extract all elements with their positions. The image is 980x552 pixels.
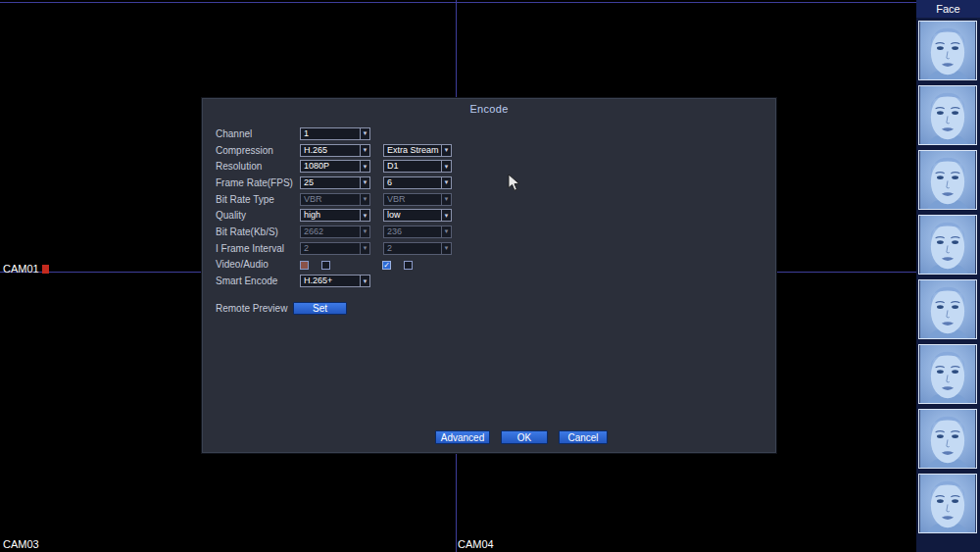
bit-rate-main-select: 2662 ▼ bbox=[300, 226, 370, 238]
smart-encode-select[interactable]: H.265+ ▼ bbox=[300, 275, 370, 287]
resolution-label: Resolution bbox=[216, 161, 300, 172]
face-sidebar-title: Face bbox=[916, 0, 980, 18]
extra-audio-checkbox[interactable] bbox=[404, 261, 413, 270]
chevron-down-icon: ▼ bbox=[360, 276, 369, 286]
bit-rate-type-main-select: VBR ▼ bbox=[300, 193, 370, 206]
bit-rate-type-extra-value: VBR bbox=[384, 194, 441, 205]
frame-rate-main-select[interactable]: 25 ▼ bbox=[300, 176, 370, 189]
chevron-down-icon: ▼ bbox=[441, 194, 451, 205]
resolution-extra-value: D1 bbox=[384, 161, 441, 172]
compression-main-select[interactable]: H.265 ▼ bbox=[300, 144, 370, 157]
ok-button[interactable]: OK bbox=[501, 430, 548, 444]
row-video-audio: Video/Audio ✓ bbox=[216, 257, 637, 274]
chevron-down-icon: ▼ bbox=[360, 194, 369, 205]
row-quality: Quality high ▼ low ▼ bbox=[216, 207, 637, 224]
quality-label: Quality bbox=[216, 210, 300, 221]
row-remote-preview: Remote Preview Set bbox=[216, 302, 347, 315]
row-i-frame-interval: I Frame Interval 2 ▼ 2 ▼ bbox=[216, 240, 637, 257]
set-button[interactable]: Set bbox=[293, 302, 347, 315]
bit-rate-main-value: 2662 bbox=[301, 226, 360, 237]
bit-rate-label: Bit Rate(Kb/S) bbox=[216, 226, 300, 237]
dialog-title: Encode bbox=[202, 103, 776, 115]
chevron-down-icon: ▼ bbox=[441, 226, 451, 237]
main-video-checkbox[interactable] bbox=[300, 261, 309, 270]
chevron-down-icon: ▼ bbox=[360, 210, 369, 221]
i-frame-interval-label: I Frame Interval bbox=[216, 243, 300, 254]
row-bit-rate-type: Bit Rate Type VBR ▼ VBR ▼ bbox=[216, 191, 637, 208]
mouse-cursor bbox=[508, 174, 520, 192]
face-sidebar: Face bbox=[916, 0, 980, 552]
resolution-main-select[interactable]: 1080P ▼ bbox=[300, 160, 370, 173]
chevron-down-icon: ▼ bbox=[360, 128, 369, 139]
frame-rate-main-value: 25 bbox=[301, 177, 360, 188]
camera-label-cam04: CAM04 bbox=[458, 538, 494, 550]
quality-main-value: high bbox=[301, 210, 360, 221]
camera-label-cam01: CAM01 bbox=[3, 263, 49, 275]
i-frame-extra-select: 2 ▼ bbox=[383, 242, 452, 255]
bit-rate-extra-select: 236 ▼ bbox=[383, 226, 452, 238]
record-icon bbox=[42, 265, 49, 274]
i-frame-main-select: 2 ▼ bbox=[300, 242, 370, 255]
row-compression: Compression H.265 ▼ Extra Stream ▼ bbox=[216, 142, 637, 159]
channel-select[interactable]: 1 ▼ bbox=[300, 127, 370, 140]
resolution-main-value: 1080P bbox=[301, 161, 360, 172]
face-thumbnail[interactable] bbox=[918, 215, 977, 275]
smart-encode-label: Smart Encode bbox=[216, 276, 300, 286]
bit-rate-type-label: Bit Rate Type bbox=[216, 194, 300, 205]
bit-rate-type-extra-select: VBR ▼ bbox=[383, 193, 452, 206]
chevron-down-icon: ▼ bbox=[360, 161, 369, 172]
quality-extra-select[interactable]: low ▼ bbox=[383, 209, 452, 222]
bit-rate-type-main-value: VBR bbox=[301, 194, 360, 205]
chevron-down-icon: ▼ bbox=[360, 226, 369, 237]
row-bit-rate: Bit Rate(Kb/S) 2662 ▼ 236 ▼ bbox=[216, 224, 637, 240]
compression-extra-select[interactable]: Extra Stream ▼ bbox=[383, 144, 452, 157]
row-resolution: Resolution 1080P ▼ D1 ▼ bbox=[216, 158, 637, 175]
encode-dialog: Encode Channel 1 ▼ Compression H.265 ▼ E… bbox=[201, 97, 777, 454]
chevron-down-icon: ▼ bbox=[360, 243, 369, 254]
face-thumbnail[interactable] bbox=[918, 409, 977, 469]
remote-preview-label: Remote Preview bbox=[216, 303, 293, 314]
face-thumbnail[interactable] bbox=[918, 150, 977, 210]
chevron-down-icon: ▼ bbox=[441, 177, 451, 188]
camera-name: CAM01 bbox=[3, 263, 39, 275]
chevron-down-icon: ▼ bbox=[441, 161, 451, 172]
face-thumbnail[interactable] bbox=[918, 474, 977, 533]
channel-label: Channel bbox=[216, 128, 300, 139]
quality-extra-value: low bbox=[384, 210, 441, 221]
main-audio-checkbox[interactable] bbox=[321, 261, 330, 270]
row-channel: Channel 1 ▼ bbox=[216, 125, 637, 142]
compression-label: Compression bbox=[216, 145, 300, 156]
face-thumbnail[interactable] bbox=[918, 21, 977, 80]
bit-rate-extra-value: 236 bbox=[384, 226, 441, 237]
compression-main-value: H.265 bbox=[301, 145, 360, 156]
smart-encode-value: H.265+ bbox=[301, 276, 360, 286]
quality-main-select[interactable]: high ▼ bbox=[300, 209, 370, 222]
chevron-down-icon: ▼ bbox=[441, 210, 451, 221]
frame-rate-extra-value: 6 bbox=[384, 177, 441, 188]
camera-name: CAM03 bbox=[3, 538, 39, 550]
frame-rate-label: Frame Rate(FPS) bbox=[216, 177, 300, 188]
chevron-down-icon: ▼ bbox=[360, 177, 369, 188]
i-frame-extra-value: 2 bbox=[384, 243, 441, 254]
i-frame-main-value: 2 bbox=[301, 243, 360, 254]
resolution-extra-select[interactable]: D1 ▼ bbox=[383, 160, 452, 173]
row-frame-rate: Frame Rate(FPS) 25 ▼ 6 ▼ bbox=[216, 175, 637, 191]
dvr-screen: CAM01 CAM03 CAM04 Face Encode Channel 1 bbox=[0, 0, 980, 552]
frame-rate-extra-select[interactable]: 6 ▼ bbox=[383, 176, 452, 189]
advanced-button[interactable]: Advanced bbox=[435, 430, 490, 444]
video-audio-label: Video/Audio bbox=[216, 259, 300, 270]
face-thumbnail[interactable] bbox=[918, 344, 977, 404]
row-smart-encode: Smart Encode H.265+ ▼ bbox=[216, 273, 637, 289]
face-thumbnail[interactable] bbox=[918, 279, 977, 339]
grid-divider-top bbox=[0, 2, 916, 3]
encode-form: Channel 1 ▼ Compression H.265 ▼ Extra St… bbox=[216, 125, 637, 289]
dialog-buttons: Advanced OK Cancel bbox=[435, 430, 608, 444]
cancel-button[interactable]: Cancel bbox=[559, 430, 608, 444]
chevron-down-icon: ▼ bbox=[360, 145, 369, 156]
chevron-down-icon: ▼ bbox=[441, 243, 451, 254]
chevron-down-icon: ▼ bbox=[441, 145, 451, 156]
face-thumbnail[interactable] bbox=[918, 85, 977, 145]
camera-name: CAM04 bbox=[458, 538, 494, 550]
channel-value: 1 bbox=[301, 128, 360, 139]
extra-video-checkbox[interactable]: ✓ bbox=[382, 261, 391, 270]
